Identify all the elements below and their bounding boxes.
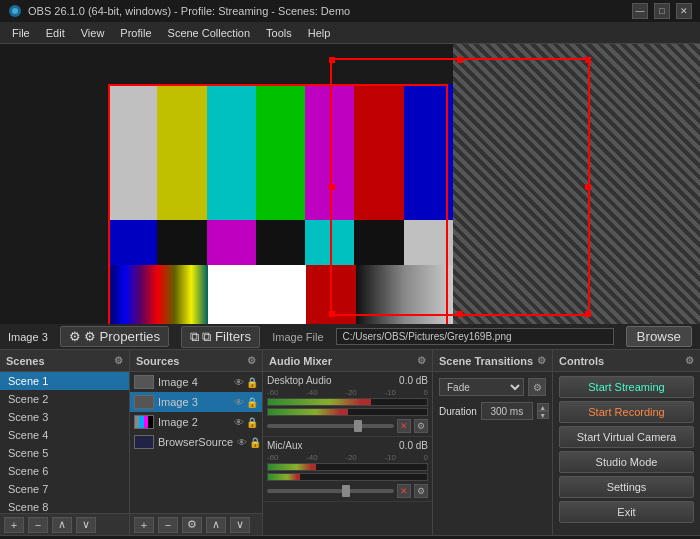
desktop-audio-channel: Desktop Audio 0.0 dB -60 -40 -20 -10 0 ✕ [263,372,432,437]
menu-scene-collection[interactable]: Scene Collection [160,25,259,41]
source-thumbnail [134,415,154,429]
scene-item[interactable]: Scene 5 [0,444,129,462]
status-bar: LIVE: 00:00:00 REC: 00:00:00 CPU: 0.4%, … [0,535,700,539]
menu-file[interactable]: File [4,25,38,41]
svg-point-1 [12,8,18,14]
duration-up-button[interactable]: ▲ [537,403,549,411]
properties-button[interactable]: ⚙ ⚙ Properties [60,326,169,347]
audio-panel-header: Audio Mixer ⚙ [263,350,432,372]
start-streaming-button[interactable]: Start Streaming [559,376,694,398]
transition-type-select[interactable]: Fade Cut Swipe Slide Stinger Luma Wipe [439,378,524,396]
audio-settings-icon[interactable]: ⚙ [417,355,426,366]
source-item[interactable]: Image 3 👁 🔒 [130,392,262,412]
desktop-audio-slider[interactable] [267,424,394,428]
menu-help[interactable]: Help [300,25,339,41]
controls-panel: Controls ⚙ Start Streaming Start Recordi… [553,350,700,535]
maximize-button[interactable]: □ [654,3,670,19]
settings-button[interactable]: Settings [559,476,694,498]
duration-spinner: ▲ ▼ [537,403,549,419]
image-file-label: Image File [272,331,323,343]
source-name-label: Image 4 [158,376,198,388]
source-info-bar: Image 3 ⚙ ⚙ Properties ⧉ ⧉ Filters Image… [0,324,700,350]
scene-item[interactable]: Scene 3 [0,408,129,426]
source-eye-icon[interactable]: 👁 [234,417,244,428]
source-up-button[interactable]: ∧ [206,517,226,533]
scene-item[interactable]: Scene 4 [0,426,129,444]
filter-icon: ⧉ [190,329,199,345]
scene-item[interactable]: Scene 7 [0,480,129,498]
scenes-settings-icon[interactable]: ⚙ [114,355,123,366]
transitions-panel: Scene Transitions ⚙ Fade Cut Swipe Slide… [433,350,553,535]
mic-mute-button[interactable]: ✕ [397,484,411,498]
controls-settings-icon[interactable]: ⚙ [685,355,694,366]
source-down-button[interactable]: ∨ [230,517,250,533]
sources-panel-header: Sources ⚙ [130,350,262,372]
sources-settings-icon[interactable]: ⚙ [247,355,256,366]
source-lock-icon[interactable]: 🔒 [249,437,261,448]
studio-mode-button[interactable]: Studio Mode [559,451,694,473]
transitions-panel-header: Scene Transitions ⚙ [433,350,552,372]
start-virtual-camera-button[interactable]: Start Virtual Camera [559,426,694,448]
transitions-settings-icon[interactable]: ⚙ [537,355,546,366]
source-item[interactable]: Image 4 👁 🔒 [130,372,262,392]
duration-input[interactable] [481,402,533,420]
duration-label: Duration [439,406,477,417]
duration-down-button[interactable]: ▼ [537,411,549,419]
source-add-button[interactable]: + [134,517,154,533]
menu-tools[interactable]: Tools [258,25,300,41]
menu-view[interactable]: View [73,25,113,41]
scene-add-button[interactable]: + [4,517,24,533]
minimize-button[interactable]: — [632,3,648,19]
sources-toolbar: + − ⚙ ∧ ∨ [130,513,262,535]
scene-down-button[interactable]: ∨ [76,517,96,533]
mic-aux-channel: Mic/Aux 0.0 dB -60 -40 -20 -10 0 ✕ [263,437,432,502]
scene-item[interactable]: Scene 1 [0,372,129,390]
transition-gear-button[interactable]: ⚙ [528,378,546,396]
scenes-toolbar: + − ∧ ∨ [0,513,129,535]
browse-button[interactable]: Browse [626,326,692,347]
menu-profile[interactable]: Profile [112,25,159,41]
desktop-mute-button[interactable]: ✕ [397,419,411,433]
file-path-input[interactable] [336,328,614,345]
desktop-audio-meter-2 [267,408,428,416]
bottom-panels: Scenes ⚙ Scene 1 Scene 2 Scene 3 Scene 4… [0,350,700,535]
scene-item[interactable]: Scene 8 [0,498,129,513]
source-lock-icon[interactable]: 🔒 [246,417,258,428]
desktop-audio-meter [267,398,428,406]
exit-button[interactable]: Exit [559,501,694,523]
source-eye-icon[interactable]: 👁 [237,437,247,448]
close-button[interactable]: ✕ [676,3,692,19]
source-item[interactable]: BrowserSource 👁 🔒 [130,432,262,452]
source-item[interactable]: Image 2 👁 🔒 [130,412,262,432]
smpte-selection [108,84,448,324]
scene-remove-button[interactable]: − [28,517,48,533]
mic-aux-meter [267,463,428,471]
active-source-name: Image 3 [8,331,48,343]
scenes-panel-header: Scenes ⚙ [0,350,129,372]
sources-panel: Sources ⚙ Image 4 👁 🔒 Image 3 👁 🔒 [130,350,263,535]
mic-aux-slider[interactable] [267,489,394,493]
desktop-audio-settings[interactable]: ⚙ [414,419,428,433]
scene-up-button[interactable]: ∧ [52,517,72,533]
scenes-panel: Scenes ⚙ Scene 1 Scene 2 Scene 3 Scene 4… [0,350,130,535]
controls-panel-header: Controls ⚙ [553,350,700,372]
mic-audio-settings[interactable]: ⚙ [414,484,428,498]
source-name-label: BrowserSource [158,436,233,448]
source-eye-icon[interactable]: 👁 [234,397,244,408]
source-eye-icon[interactable]: 👁 [234,377,244,388]
desktop-audio-label: Desktop Audio [267,375,332,386]
menu-edit[interactable]: Edit [38,25,73,41]
start-recording-button[interactable]: Start Recording [559,401,694,423]
menu-bar: File Edit View Profile Scene Collection … [0,22,700,44]
scene-item[interactable]: Scene 2 [0,390,129,408]
filters-button[interactable]: ⧉ ⧉ Filters [181,326,260,348]
source-remove-button[interactable]: − [158,517,178,533]
scene-item[interactable]: Scene 6 [0,462,129,480]
source-settings-button[interactable]: ⚙ [182,517,202,533]
control-buttons-container: Start Streaming Start Recording Start Vi… [553,372,700,535]
window-title: OBS 26.1.0 (64-bit, windows) - Profile: … [28,5,632,17]
mic-aux-meter-2 [267,473,428,481]
source-lock-icon[interactable]: 🔒 [246,397,258,408]
source-lock-icon[interactable]: 🔒 [246,377,258,388]
source-name-label: Image 3 [158,396,198,408]
